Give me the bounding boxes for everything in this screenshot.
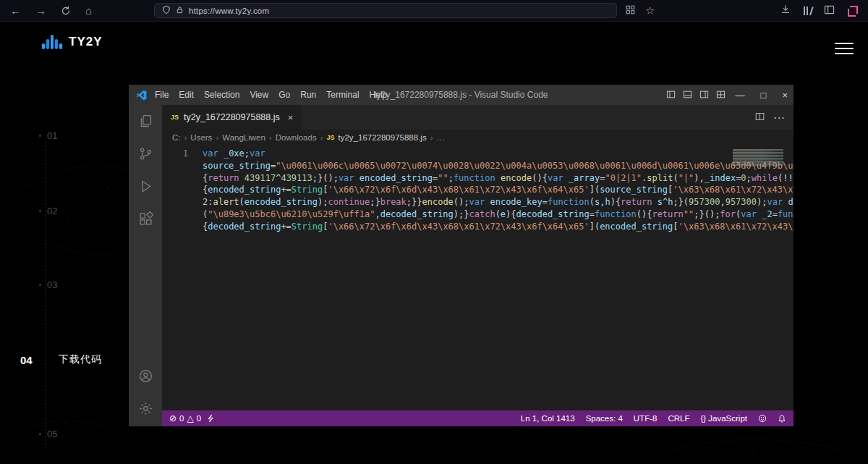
bookmark-star-icon[interactable]: ☆	[645, 5, 655, 16]
menu-go[interactable]: Go	[273, 90, 295, 100]
browser-page-actions: ☆	[626, 4, 655, 17]
timeline-rail	[45, 141, 46, 449]
chevron-right-icon: ›	[429, 133, 435, 142]
browser-toolbar: ← → ⌂ https://www.ty2y.com ☆	[0, 0, 868, 22]
vscode-logo-icon	[136, 90, 147, 101]
maximize-icon[interactable]: □	[761, 90, 767, 101]
account-icon[interactable]	[138, 368, 153, 387]
minimap[interactable]	[733, 149, 783, 166]
breadcrumb-file[interactable]: JS ty2y_1672280975888.js	[326, 133, 426, 142]
settings-gear-icon[interactable]	[138, 401, 153, 419]
tab-close-icon[interactable]: ×	[288, 112, 294, 123]
timeline-number: 02	[47, 206, 57, 216]
tab-label: ty2y_1672280975888.js	[184, 112, 280, 122]
breadcrumb-more[interactable]: …	[436, 133, 445, 142]
cursor-position[interactable]: Ln 1, Col 1413	[521, 414, 575, 423]
code-content[interactable]: var _0xe;var source_string="\u0061\u006c…	[203, 148, 793, 410]
sidebar-toggle-icon[interactable]	[824, 4, 835, 17]
page: ← → ⌂ https://www.ty2y.com ☆	[0, 0, 868, 464]
timeline-dot	[39, 135, 41, 137]
warnings-count: 0	[197, 414, 201, 423]
errors-count: 0	[179, 414, 184, 423]
shield-icon[interactable]	[162, 4, 171, 17]
timeline-item-04[interactable]: 04 下载代码	[20, 353, 102, 366]
more-actions-icon[interactable]: ⋯	[773, 111, 785, 125]
timeline-label: 下载代码	[59, 353, 102, 366]
status-bar: ⊘ 0 △ 0 Ln 1, Col 1413 Spaces: 4 UTF-8	[162, 410, 793, 426]
breadcrumb-downloads[interactable]: Downloads	[276, 133, 317, 142]
breadcrumb-wangliwen[interactable]: WangLiwen	[222, 133, 265, 142]
explorer-icon[interactable]	[138, 114, 153, 132]
source-control-icon[interactable]	[138, 146, 153, 164]
feedback-icon[interactable]	[758, 414, 767, 423]
vscode-title-right: — □ ×	[666, 88, 788, 101]
chevron-right-icon: ›	[319, 133, 325, 142]
activity-bar	[129, 105, 162, 426]
timeline-item-02[interactable]: 02	[39, 206, 57, 216]
timeline-item-03[interactable]: 03	[39, 279, 57, 290]
vscode-menu-bar: File Edit Selection View Go Run Terminal…	[150, 90, 392, 100]
forward-icon[interactable]: →	[35, 5, 46, 16]
lock-icon[interactable]	[176, 4, 184, 17]
site-logo[interactable]: TY2Y	[42, 35, 103, 49]
problems-indicator[interactable]: ⊘ 0 △ 0	[169, 414, 201, 423]
split-editor-icon[interactable]	[755, 111, 765, 124]
timeline-number: 04	[20, 354, 33, 366]
tab-ty2y-js[interactable]: JS ty2y_1672280975888.js ×	[162, 105, 302, 130]
refresh-icon[interactable]	[61, 6, 71, 16]
site-body: TY2Y 01 02 03 04 下载代码 05	[0, 22, 868, 464]
browser-nav-group: ← → ⌂	[10, 5, 92, 16]
toggle-secondary-sidebar-icon[interactable]	[699, 88, 709, 101]
chevron-right-icon: ›	[183, 133, 189, 142]
menu-run[interactable]: Run	[295, 90, 321, 100]
timeline-item-05[interactable]: 05	[39, 429, 57, 439]
customize-layout-icon[interactable]	[716, 88, 726, 101]
close-icon[interactable]: ×	[782, 90, 788, 101]
status-extra-icon[interactable]	[207, 414, 215, 423]
breadcrumb-users[interactable]: Users	[190, 133, 212, 142]
timeline-number: 05	[47, 429, 57, 439]
menu-file[interactable]: File	[150, 90, 174, 100]
home-icon[interactable]: ⌂	[85, 5, 92, 16]
breadcrumb-drive[interactable]: C:	[172, 133, 181, 142]
encoding-indicator[interactable]: UTF-8	[634, 414, 658, 423]
library-icon[interactable]	[804, 7, 811, 15]
url-text: https://www.ty2y.com	[189, 7, 269, 15]
timeline-dot	[39, 433, 41, 435]
extensions-grid-icon[interactable]	[626, 4, 635, 17]
toggle-sidebar-icon[interactable]	[666, 88, 676, 101]
screenshot-crop-icon[interactable]	[848, 6, 858, 16]
run-debug-icon[interactable]	[138, 179, 153, 197]
download-icon[interactable]	[780, 4, 791, 17]
browser-toolbar-right	[780, 4, 858, 17]
errors-icon: ⊘	[169, 414, 176, 423]
indentation-indicator[interactable]: Spaces: 4	[586, 414, 623, 423]
minimize-icon[interactable]: —	[736, 90, 745, 101]
notifications-bell-icon[interactable]	[778, 414, 786, 423]
timeline-dot	[39, 284, 41, 286]
timeline-number: 03	[47, 279, 57, 290]
menu-view[interactable]: View	[244, 90, 273, 100]
vscode-window: File Edit Selection View Go Run Terminal…	[129, 85, 793, 426]
line-number-gutter: 1	[162, 148, 188, 410]
back-icon[interactable]: ←	[10, 5, 21, 16]
logo-bars-icon	[42, 35, 62, 49]
toggle-panel-icon[interactable]	[683, 88, 692, 101]
menu-terminal[interactable]: Terminal	[321, 90, 364, 100]
eol-indicator[interactable]: CRLF	[668, 414, 689, 423]
menu-selection[interactable]: Selection	[199, 90, 244, 100]
js-file-icon: JS	[171, 114, 179, 121]
tab-bar-actions: ⋯	[755, 105, 793, 130]
editor-pane[interactable]: 1 var _0xe;var source_string="\u0061\u00…	[162, 145, 793, 410]
layout-icons-group	[666, 88, 726, 101]
extensions-icon[interactable]	[138, 211, 153, 229]
timeline-item-01[interactable]: 01	[39, 130, 57, 141]
warnings-icon: △	[187, 414, 193, 423]
menu-edit[interactable]: Edit	[174, 90, 199, 100]
url-bar[interactable]: https://www.ty2y.com	[154, 3, 617, 18]
timeline-dot	[39, 210, 41, 212]
breadcrumb-file-name: ty2y_1672280975888.js	[339, 133, 427, 142]
language-indicator[interactable]: {} JavaScript	[700, 414, 747, 423]
vscode-title-bar[interactable]: File Edit Selection View Go Run Terminal…	[129, 85, 793, 105]
menu-hamburger-icon[interactable]	[835, 39, 854, 58]
